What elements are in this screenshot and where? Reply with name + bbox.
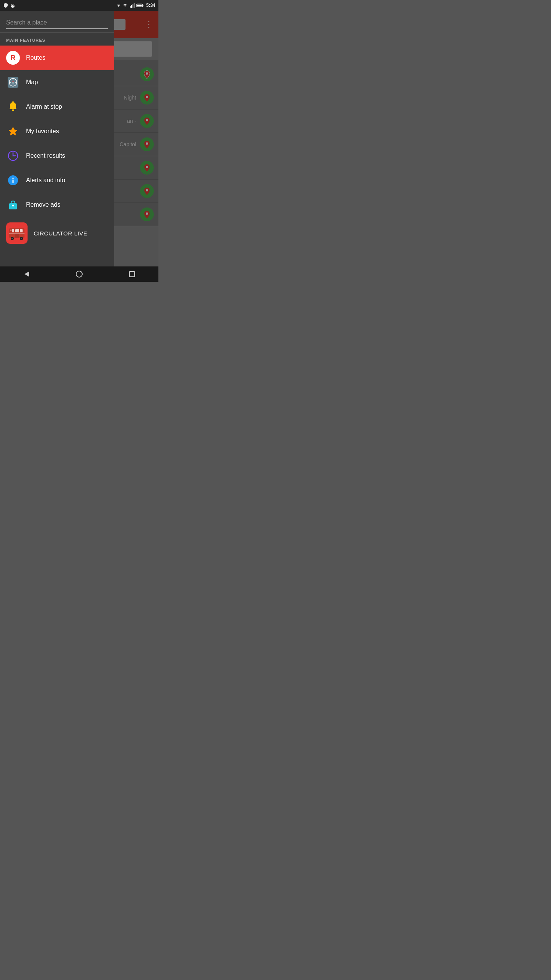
recent-label: Recent results [26, 152, 65, 159]
home-button[interactable] [70, 267, 89, 281]
back-button[interactable] [17, 267, 36, 281]
svg-rect-43 [13, 180, 14, 183]
routes-icon: R [6, 51, 20, 65]
menu-item-alarm[interactable]: Alarm at stop [0, 95, 114, 119]
menu-item-favorites[interactable]: My favorites [0, 119, 114, 144]
removeads-label: Remove ads [26, 201, 60, 208]
svg-point-52 [10, 229, 12, 230]
signal-icon [116, 3, 121, 8]
menu-item-circulator[interactable]: CIRCULATOR LIVE [0, 217, 114, 249]
svg-point-37 [12, 109, 14, 111]
status-right-area: 5:34 [116, 3, 155, 8]
svg-line-17 [11, 4, 11, 5]
alerts-icon [6, 173, 20, 187]
search-container [0, 11, 114, 33]
svg-line-18 [14, 4, 14, 5]
svg-rect-58 [15, 234, 19, 238]
svg-rect-25 [134, 3, 135, 8]
svg-rect-51 [20, 229, 23, 232]
svg-marker-60 [24, 271, 29, 277]
svg-point-61 [76, 271, 82, 277]
shield-icon [3, 3, 8, 8]
svg-rect-22 [130, 6, 131, 8]
back-icon [22, 270, 31, 278]
svg-point-44 [12, 178, 14, 179]
svg-point-16 [13, 5, 14, 6]
svg-point-14 [11, 5, 15, 8]
menu-item-removeads[interactable]: Remove ads [0, 193, 114, 217]
menu-item-recent[interactable]: Recent results [0, 144, 114, 168]
svg-marker-39 [9, 127, 17, 135]
menu-item-routes[interactable]: R Routes [0, 46, 114, 70]
circulator-icon [6, 222, 28, 244]
menu-item-alerts[interactable]: Alerts and info [0, 168, 114, 193]
svg-rect-38 [12, 101, 14, 103]
svg-point-55 [11, 238, 13, 239]
alerts-label: Alerts and info [26, 177, 65, 184]
wifi-icon [122, 3, 128, 8]
main-features-label: MAIN FEATURES [0, 33, 114, 46]
routes-label: Routes [26, 54, 46, 61]
navigation-drawer: MAIN FEATURES R Routes Map [0, 11, 114, 266]
svg-rect-62 [129, 271, 135, 277]
map-label: Map [26, 79, 38, 86]
search-input[interactable] [6, 17, 108, 29]
svg-rect-20 [13, 7, 14, 8]
svg-rect-23 [131, 5, 132, 8]
svg-point-57 [21, 238, 22, 239]
svg-point-15 [11, 5, 12, 6]
removeads-icon [6, 198, 20, 212]
svg-rect-27 [143, 5, 143, 7]
android-icon [10, 3, 15, 8]
svg-rect-28 [137, 5, 142, 7]
recent-icon [6, 149, 20, 163]
signal-bars-icon [129, 3, 135, 8]
favorites-icon [6, 124, 20, 138]
status-bar: 5:34 [0, 0, 158, 11]
svg-rect-50 [15, 229, 19, 232]
recents-icon [128, 270, 136, 278]
dim-overlay [114, 11, 158, 266]
map-icon [6, 75, 20, 89]
status-time: 5:34 [146, 3, 155, 8]
home-icon [75, 270, 83, 278]
alarm-icon [6, 100, 20, 114]
favorites-label: My favorites [26, 128, 59, 135]
svg-marker-21 [117, 5, 120, 7]
svg-rect-19 [12, 7, 13, 8]
battery-icon [136, 3, 144, 8]
circulator-label: CIRCULATOR LIVE [34, 230, 87, 237]
svg-rect-53 [10, 230, 12, 232]
svg-rect-24 [132, 4, 134, 8]
status-left-icons [3, 3, 15, 8]
bottom-navigation [0, 266, 158, 282]
menu-item-map[interactable]: Map [0, 70, 114, 95]
recents-button[interactable] [122, 267, 142, 281]
alarm-label: Alarm at stop [26, 103, 62, 110]
